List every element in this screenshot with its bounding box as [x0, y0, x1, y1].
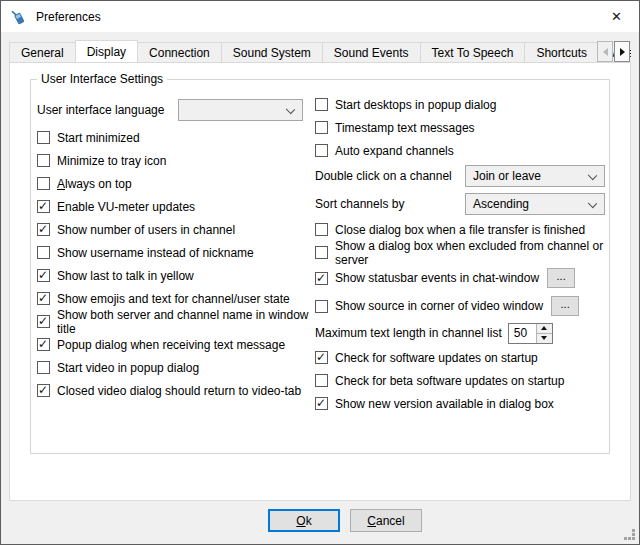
ellipsis-button[interactable]: ... — [551, 296, 579, 316]
checkbox-label: Show last to talk in yellow — [57, 269, 194, 283]
checkbox[interactable] — [37, 223, 50, 236]
checkbox[interactable] — [315, 300, 328, 313]
tab-label: Connection — [149, 46, 210, 60]
checkbox-row[interactable]: Start video in popup dialog — [37, 356, 313, 379]
checkbox[interactable] — [37, 292, 50, 305]
checkbox-row[interactable]: Show last to talk in yellow — [37, 264, 313, 287]
checkbox-with-button-row[interactable]: Show source in corner of video window ..… — [315, 292, 605, 320]
checkbox-row[interactable]: Auto expand channels — [315, 139, 605, 162]
checkbox-row[interactable]: Popup dialog when receiving text message — [37, 333, 313, 356]
checkbox[interactable] — [315, 397, 328, 410]
arrow-right-icon — [620, 48, 625, 56]
select[interactable]: Join or leave — [465, 165, 605, 187]
checkbox-row[interactable]: Show a dialog box when excluded from cha… — [315, 241, 605, 264]
checkbox[interactable] — [315, 121, 328, 134]
display-tab-panel: User Interface Settings User interface l… — [9, 63, 631, 501]
checkbox-label: Popup dialog when receiving text message — [57, 338, 285, 352]
checkbox[interactable] — [37, 246, 50, 259]
checkbox-label: Start video in popup dialog — [57, 361, 199, 375]
tab-label: Shortcuts — [536, 46, 587, 60]
right-column: Start desktops in popup dialog Timestamp… — [315, 93, 605, 415]
checkbox[interactable] — [37, 315, 50, 328]
checkbox-row[interactable]: Show new version available in dialog box — [315, 392, 605, 415]
close-button[interactable]: ✕ — [594, 1, 639, 31]
left-checkbox-list: Start minimized Minimize to tray icon Al… — [37, 126, 313, 402]
tab[interactable]: Shortcuts — [524, 42, 599, 62]
checkbox-label: Start desktops in popup dialog — [335, 98, 496, 112]
checkbox[interactable] — [37, 384, 50, 397]
chevron-down-icon — [286, 105, 295, 114]
select-label: Double click on a channel — [315, 169, 465, 183]
checkbox-label: Closed video dialog should return to vid… — [57, 384, 301, 398]
checkbox[interactable] — [37, 154, 50, 167]
checkbox-row[interactable]: Start desktops in popup dialog — [315, 93, 605, 116]
tab-scroll-right-button[interactable] — [614, 41, 630, 62]
checkbox-row[interactable]: Check for beta software updates on start… — [315, 369, 605, 392]
left-column: User interface language Start minimized — [37, 98, 313, 402]
checkbox[interactable] — [315, 374, 328, 387]
checkbox[interactable] — [315, 272, 328, 285]
spinner-value[interactable]: 50 — [509, 324, 536, 343]
tab-scroll-left-button[interactable] — [597, 41, 613, 62]
tab[interactable]: Display — [75, 40, 138, 63]
tab-bar: General Display Connection Sound System … — [9, 39, 631, 63]
spinner-down-button[interactable] — [537, 334, 552, 343]
ok-button[interactable]: Ok — [268, 509, 340, 532]
checkbox-row[interactable]: Check for software updates on startup — [315, 346, 605, 369]
tab[interactable]: Text To Speech — [420, 42, 526, 62]
checkbox-label: Show a dialog box when excluded from cha… — [335, 239, 605, 267]
checkbox-row[interactable]: Closed video dialog should return to vid… — [37, 379, 313, 402]
checkbox-row[interactable]: Always on top — [37, 172, 313, 195]
tab-scroll-buttons — [596, 41, 630, 543]
checkbox-label: Show emojis and text for channel/user st… — [57, 292, 290, 306]
tab[interactable]: Sound Events — [322, 42, 421, 62]
cancel-button[interactable]: Cancel — [350, 509, 422, 532]
checkbox-with-button-row[interactable]: Show statusbar events in chat-window ... — [315, 264, 605, 292]
checkbox[interactable] — [315, 351, 328, 364]
checkbox-row[interactable]: Show number of users in channel — [37, 218, 313, 241]
checkbox[interactable] — [315, 98, 328, 111]
close-icon: ✕ — [611, 9, 622, 24]
tab[interactable]: Sound System — [221, 42, 323, 62]
language-row: User interface language — [37, 98, 313, 122]
select-label: Sort channels by — [315, 197, 465, 211]
checkbox-row[interactable]: Start minimized — [37, 126, 313, 149]
window-title: Preferences — [36, 10, 101, 24]
checkbox[interactable] — [37, 200, 50, 213]
ellipsis-button[interactable]: ... — [547, 268, 575, 288]
language-select[interactable] — [178, 99, 303, 121]
tab-label: Text To Speech — [432, 46, 514, 60]
titlebar[interactable]: Preferences ✕ — [1, 1, 639, 32]
checkbox-row[interactable]: Timestamp text messages — [315, 116, 605, 139]
checkbox-label: Always on top — [57, 177, 132, 191]
checkbox-label: Show both server and channel name in win… — [57, 308, 313, 336]
preferences-dialog: Preferences ✕ General Display Connection… — [0, 0, 640, 545]
checkbox-label: Show source in corner of video window — [335, 299, 543, 313]
checkbox-row[interactable]: Enable VU-meter updates — [37, 195, 313, 218]
checkbox-label: Auto expand channels — [335, 144, 454, 158]
checkbox[interactable] — [37, 131, 50, 144]
max-text-length-spinner[interactable]: 50 — [508, 323, 553, 344]
checkbox[interactable] — [315, 246, 328, 259]
user-interface-settings-group: User Interface Settings User interface l… — [30, 79, 610, 454]
checkbox[interactable] — [37, 269, 50, 282]
checkbox-label: Timestamp text messages — [335, 121, 475, 135]
max-text-length-row: Maximum text length in channel list 50 — [315, 320, 605, 346]
arrow-left-icon — [603, 48, 608, 56]
checkbox-label: Check for beta software updates on start… — [335, 374, 564, 388]
checkbox-label: Show statusbar events in chat-window — [335, 271, 539, 285]
checkbox[interactable] — [315, 223, 328, 236]
arrow-down-icon — [541, 336, 547, 340]
checkbox-row[interactable]: Minimize to tray icon — [37, 149, 313, 172]
checkbox-row[interactable]: Show username instead of nickname — [37, 241, 313, 264]
checkbox[interactable] — [37, 177, 50, 190]
checkbox[interactable] — [315, 144, 328, 157]
checkbox[interactable] — [37, 338, 50, 351]
select[interactable]: Ascending — [465, 193, 605, 215]
tab[interactable]: Connection — [137, 42, 222, 62]
right-checkbox-list-mid: Close dialog box when a file transfer is… — [315, 218, 605, 264]
checkbox[interactable] — [37, 361, 50, 374]
tab[interactable]: General — [9, 42, 76, 62]
checkbox-row[interactable]: Show both server and channel name in win… — [37, 310, 313, 333]
spinner-up-button[interactable] — [537, 324, 552, 334]
